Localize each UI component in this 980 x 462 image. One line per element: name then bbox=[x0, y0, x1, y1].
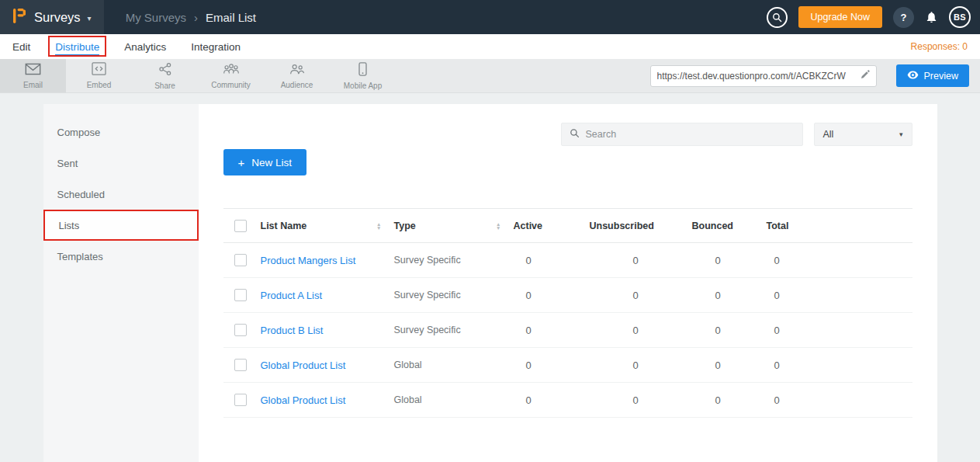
toolbar-right-group: Preview bbox=[650, 59, 969, 92]
embed-icon bbox=[92, 62, 106, 78]
list-controls: All ▾ bbox=[223, 123, 912, 146]
distribute-channel-toolbar: Email Embed Share Community Audience Mob… bbox=[0, 59, 980, 93]
survey-tab-nav: Edit Distribute Analytics Integration Re… bbox=[0, 34, 980, 59]
channel-email[interactable]: Email bbox=[0, 59, 66, 92]
chevron-down-icon: ▾ bbox=[899, 130, 903, 138]
list-name-link[interactable]: Product B List bbox=[261, 325, 394, 336]
row-checkbox[interactable] bbox=[234, 289, 247, 301]
column-header-unsubscribed: Unsubscribed bbox=[590, 221, 692, 231]
list-name-link[interactable]: Global Product List bbox=[261, 360, 394, 371]
sidebar-item-templates[interactable]: Templates bbox=[43, 241, 199, 272]
tab-distribute[interactable]: Distribute bbox=[55, 41, 99, 53]
list-filter-dropdown[interactable]: All ▾ bbox=[814, 123, 912, 146]
table-row: Global Product List Global 0 0 0 0 bbox=[223, 383, 912, 418]
tab-analytics[interactable]: Analytics bbox=[124, 41, 166, 53]
email-icon bbox=[25, 63, 41, 78]
eye-icon bbox=[907, 71, 919, 82]
column-header-total: Total bbox=[767, 221, 912, 231]
chevron-right-icon: › bbox=[194, 11, 198, 24]
edit-url-pencil-icon[interactable] bbox=[860, 69, 870, 83]
column-header-active: Active bbox=[514, 221, 590, 231]
column-header-list-name[interactable]: List Name ▲▼ bbox=[261, 221, 394, 231]
lists-content: All ▾ + New List List Name ▲▼ Type ▲▼ Ac… bbox=[199, 104, 937, 462]
topbar: Surveys ▾ My Surveys › Email List Upgrad… bbox=[0, 0, 980, 34]
channel-mobile-app[interactable]: Mobile App bbox=[330, 59, 396, 92]
share-icon bbox=[158, 62, 172, 79]
tab-edit[interactable]: Edit bbox=[12, 41, 30, 53]
list-name-link[interactable]: Global Product List bbox=[261, 394, 394, 406]
email-lists-table: List Name ▲▼ Type ▲▼ Active Unsubscribed… bbox=[223, 208, 912, 418]
row-checkbox[interactable] bbox=[234, 394, 247, 406]
row-checkbox[interactable] bbox=[234, 324, 247, 336]
sidebar-item-sent[interactable]: Sent bbox=[43, 148, 199, 179]
table-row: Product B List Survey Specific 0 0 0 0 bbox=[223, 313, 912, 348]
breadcrumb: My Surveys › Email List bbox=[126, 11, 256, 24]
notifications-bell-icon[interactable] bbox=[925, 10, 938, 24]
survey-url-box bbox=[650, 65, 877, 87]
list-name-link[interactable]: Product A List bbox=[261, 290, 394, 301]
channel-share[interactable]: Share bbox=[132, 59, 198, 92]
search-input[interactable] bbox=[586, 129, 795, 140]
community-icon bbox=[223, 62, 240, 78]
preview-button[interactable]: Preview bbox=[896, 64, 969, 87]
audience-icon bbox=[289, 63, 305, 78]
table-row: Product Mangers List Survey Specific 0 0… bbox=[223, 243, 912, 278]
email-lists-panel: Compose Sent Scheduled Lists Templates A… bbox=[43, 104, 937, 462]
plus-icon: + bbox=[238, 157, 245, 168]
search-icon bbox=[570, 127, 580, 141]
survey-url-input[interactable] bbox=[657, 71, 860, 82]
tab-integration[interactable]: Integration bbox=[191, 41, 241, 53]
chevron-down-icon: ▾ bbox=[88, 14, 92, 23]
list-search-box bbox=[561, 123, 803, 146]
row-checkbox[interactable] bbox=[234, 359, 247, 371]
channel-community[interactable]: Community bbox=[198, 59, 264, 92]
sidebar-item-compose[interactable]: Compose bbox=[43, 116, 199, 148]
sort-icon[interactable]: ▲▼ bbox=[376, 222, 381, 230]
responses-count[interactable]: Responses: 0 bbox=[911, 41, 968, 52]
table-row: Global Product List Global 0 0 0 0 bbox=[223, 348, 912, 383]
product-switcher[interactable]: Surveys ▾ bbox=[0, 0, 104, 34]
sort-icon[interactable]: ▲▼ bbox=[496, 222, 500, 230]
avatar[interactable]: BS bbox=[949, 6, 971, 28]
channel-audience[interactable]: Audience bbox=[264, 59, 330, 92]
column-header-bounced: Bounced bbox=[692, 221, 767, 231]
topbar-actions: Upgrade Now ? BS bbox=[767, 6, 971, 28]
row-checkbox[interactable] bbox=[234, 254, 247, 266]
new-list-button[interactable]: + New List bbox=[223, 149, 307, 175]
product-name: Surveys bbox=[34, 10, 81, 25]
table-header-row: List Name ▲▼ Type ▲▼ Active Unsubscribed… bbox=[223, 208, 912, 243]
list-name-link[interactable]: Product Mangers List bbox=[261, 255, 394, 266]
search-icon[interactable] bbox=[767, 7, 788, 28]
sidebar-item-scheduled[interactable]: Scheduled bbox=[43, 179, 199, 210]
mobile-app-icon bbox=[358, 62, 367, 79]
help-icon[interactable]: ? bbox=[893, 7, 914, 28]
sidebar-item-lists[interactable]: Lists bbox=[43, 210, 199, 241]
email-sidebar: Compose Sent Scheduled Lists Templates bbox=[43, 104, 199, 462]
breadcrumb-email-list: Email List bbox=[206, 11, 256, 24]
breadcrumb-my-surveys[interactable]: My Surveys bbox=[126, 11, 186, 24]
upgrade-now-button[interactable]: Upgrade Now bbox=[798, 6, 882, 28]
column-header-type[interactable]: Type ▲▼ bbox=[394, 221, 514, 231]
select-all-checkbox[interactable] bbox=[234, 220, 247, 232]
questionpro-logo-icon bbox=[12, 8, 27, 27]
table-row: Product A List Survey Specific 0 0 0 0 bbox=[223, 278, 912, 313]
channel-embed[interactable]: Embed bbox=[66, 59, 132, 92]
